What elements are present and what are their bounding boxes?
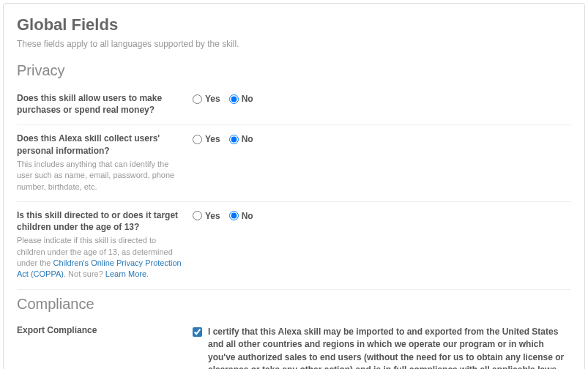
- global-fields-panel: Global Fields These fields apply to all …: [3, 3, 585, 369]
- compliance-row-export: Export Compliance I certify that this Al…: [17, 318, 571, 369]
- export-compliance-text: I certify that this Alexa skill may be i…: [208, 326, 571, 369]
- helper-end: .: [146, 269, 149, 278]
- question-label: Does this skill allow users to make purc…: [17, 92, 185, 116]
- radio-yes-input[interactable]: [193, 135, 202, 144]
- page-title: Global Fields: [17, 15, 571, 34]
- radio-no-label: No: [242, 94, 253, 104]
- page-subtitle: These fields apply to all languages supp…: [17, 39, 571, 49]
- question-label: Does this Alexa skill collect users' per…: [17, 133, 185, 156]
- radio-group-children: Yes No: [193, 211, 571, 221]
- radio-yes-input[interactable]: [193, 94, 202, 104]
- radio-yes-label: Yes: [205, 134, 220, 144]
- radio-no[interactable]: No: [229, 134, 253, 144]
- radio-yes[interactable]: Yes: [193, 211, 220, 221]
- helper-suffix: . Not sure?: [64, 269, 105, 278]
- answer-cell: Yes No: [193, 92, 571, 116]
- export-compliance-checkbox-row: I certify that this Alexa skill may be i…: [193, 326, 571, 369]
- radio-group-purchases: Yes No: [193, 94, 571, 104]
- question-helper: This includes anything that can identify…: [17, 159, 185, 193]
- radio-group-personal-info: Yes No: [193, 134, 571, 144]
- question-cell: Export Compliance: [17, 324, 193, 369]
- privacy-row-purchases: Does this skill allow users to make purc…: [17, 85, 571, 125]
- answer-cell: Yes No: [193, 209, 571, 280]
- radio-no[interactable]: No: [229, 211, 253, 221]
- radio-yes[interactable]: Yes: [193, 94, 220, 104]
- radio-yes-label: Yes: [205, 211, 220, 221]
- privacy-row-personal-info: Does this Alexa skill collect users' per…: [17, 125, 571, 202]
- answer-cell: Yes No: [193, 133, 571, 193]
- compliance-heading: Compliance: [17, 296, 571, 313]
- question-cell: Does this skill allow users to make purc…: [17, 92, 193, 116]
- radio-no[interactable]: No: [229, 94, 253, 104]
- radio-no-label: No: [242, 211, 253, 221]
- question-cell: Does this Alexa skill collect users' per…: [17, 133, 193, 193]
- question-helper: Please indicate if this skill is directe…: [17, 235, 185, 280]
- radio-yes[interactable]: Yes: [193, 134, 220, 144]
- learn-more-link[interactable]: Learn More: [105, 269, 146, 278]
- question-label: Is this skill directed to or does it tar…: [17, 209, 185, 233]
- radio-yes-input[interactable]: [193, 211, 202, 220]
- answer-cell: I certify that this Alexa skill may be i…: [193, 324, 571, 369]
- export-compliance-checkbox[interactable]: [193, 327, 202, 337]
- export-compliance-label: Export Compliance: [17, 324, 185, 336]
- radio-no-input[interactable]: [229, 211, 239, 220]
- privacy-heading: Privacy: [17, 62, 571, 79]
- radio-no-input[interactable]: [229, 135, 239, 144]
- question-cell: Is this skill directed to or does it tar…: [17, 209, 193, 280]
- privacy-row-children: Is this skill directed to or does it tar…: [17, 202, 571, 290]
- radio-no-label: No: [242, 134, 253, 144]
- radio-no-input[interactable]: [229, 94, 239, 104]
- radio-yes-label: Yes: [205, 94, 220, 104]
